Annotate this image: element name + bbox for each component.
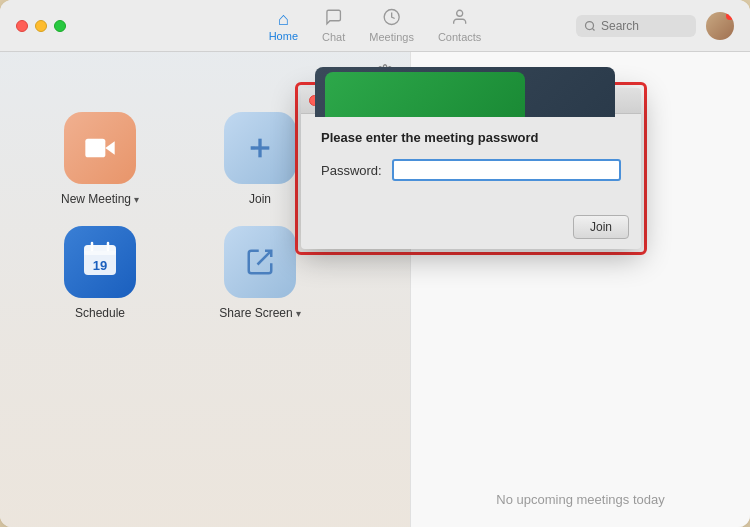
- modal-title: Join a Meeting: [429, 94, 512, 108]
- new-meeting-button[interactable]: [64, 112, 136, 184]
- join-button[interactable]: [224, 112, 296, 184]
- no-meetings-text: No upcoming meetings today: [496, 492, 664, 507]
- tab-meetings[interactable]: Meetings: [369, 8, 414, 43]
- tab-home[interactable]: ⌂ Home: [269, 10, 298, 42]
- password-input[interactable]: [392, 159, 621, 181]
- gear-icon: [376, 64, 394, 82]
- tab-home-label: Home: [269, 30, 298, 42]
- modal-minimize-button[interactable]: [325, 95, 336, 106]
- schedule-label: Schedule: [75, 306, 125, 320]
- main-content: New Meeting ▾ Join: [0, 52, 750, 527]
- svg-point-2: [586, 21, 594, 29]
- meetings-icon: [383, 8, 401, 29]
- svg-point-4: [383, 71, 388, 76]
- avatar[interactable]: [706, 12, 734, 40]
- modal-instruction: Please enter the meeting password: [321, 130, 621, 145]
- tab-chat[interactable]: Chat: [322, 8, 345, 43]
- maximize-button[interactable]: [54, 20, 66, 32]
- calendar-icon: 19: [81, 240, 119, 285]
- tab-meetings-label: Meetings: [369, 31, 414, 43]
- svg-text:19: 19: [93, 258, 107, 273]
- search-bar[interactable]: [576, 15, 696, 37]
- video-icon: [84, 132, 116, 164]
- svg-point-1: [457, 10, 463, 16]
- svg-rect-5: [85, 139, 105, 158]
- minimize-button[interactable]: [35, 20, 47, 32]
- modal-titlebar: Join a Meeting: [301, 88, 641, 114]
- new-meeting-item[interactable]: New Meeting ▾: [40, 112, 160, 206]
- traffic-lights: [16, 20, 66, 32]
- app-window: ⌂ Home Chat Meetings: [0, 0, 750, 527]
- modal-maximize-button[interactable]: [341, 95, 352, 106]
- home-icon: ⌂: [278, 10, 289, 28]
- share-screen-chevron: ▾: [296, 308, 301, 319]
- modal-body: Please enter the meeting password Passwo…: [301, 114, 641, 209]
- tab-contacts-label: Contacts: [438, 31, 481, 43]
- tab-contacts[interactable]: Contacts: [438, 8, 481, 43]
- title-bar-right: [576, 12, 734, 40]
- svg-rect-10: [84, 251, 116, 255]
- new-meeting-label: New Meeting: [61, 192, 131, 206]
- nav-tabs: ⌂ Home Chat Meetings: [269, 8, 482, 43]
- share-screen-label: Share Screen: [219, 306, 292, 320]
- svg-line-3: [592, 28, 594, 30]
- share-screen-icon: [245, 247, 275, 277]
- join-label: Join: [249, 192, 271, 206]
- chat-icon: [325, 8, 343, 29]
- schedule-item[interactable]: 19 Schedule: [40, 226, 160, 320]
- avatar-status-dot: [726, 12, 734, 20]
- modal-footer: Join: [301, 209, 641, 249]
- modal-dialog-wrapper: Join a Meeting Please enter the meeting …: [295, 82, 647, 255]
- modal-traffic-lights: [309, 95, 352, 106]
- schedule-button[interactable]: 19: [64, 226, 136, 298]
- new-meeting-chevron: ▾: [134, 194, 139, 205]
- title-bar: ⌂ Home Chat Meetings: [0, 0, 750, 52]
- svg-line-14: [258, 251, 272, 265]
- modal-field-row: Password:: [321, 159, 621, 181]
- tab-chat-label: Chat: [322, 31, 345, 43]
- modal-join-button[interactable]: Join: [573, 215, 629, 239]
- contacts-icon: [451, 8, 469, 29]
- modal-dialog: Join a Meeting Please enter the meeting …: [301, 88, 641, 249]
- search-icon: [584, 20, 596, 32]
- share-screen-label-row: Share Screen ▾: [219, 306, 300, 320]
- password-label: Password:: [321, 163, 382, 178]
- close-button[interactable]: [16, 20, 28, 32]
- new-meeting-label-row: New Meeting ▾: [61, 192, 139, 206]
- share-screen-button[interactable]: [224, 226, 296, 298]
- search-input[interactable]: [601, 19, 681, 33]
- plus-icon: [244, 132, 276, 164]
- modal-close-button[interactable]: [309, 95, 320, 106]
